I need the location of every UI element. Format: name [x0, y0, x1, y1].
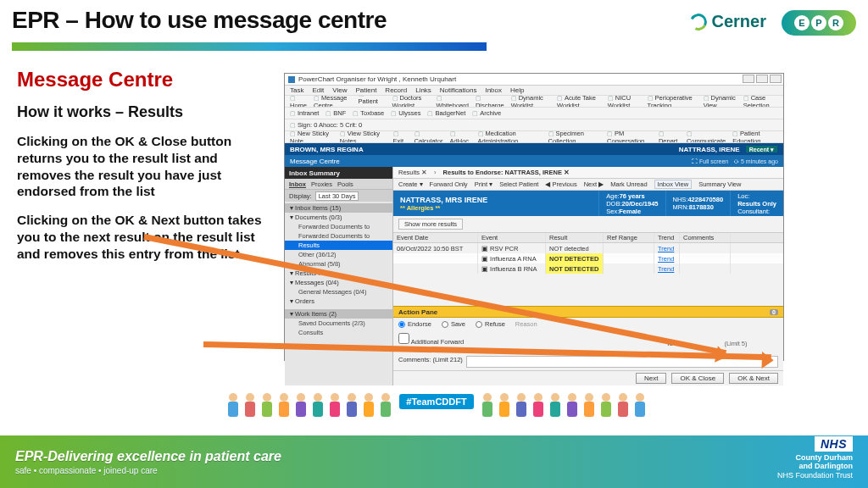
tb-dynamic-view[interactable]: Dynamic View [704, 96, 737, 108]
tb-intranet[interactable]: Intranet [290, 109, 319, 117]
patient-tab-bar[interactable]: BROWN, MRS REGINA NATTRASS, IRENE Recent… [285, 143, 783, 155]
table-row[interactable]: ▣ Influenza A RNANOT DETECTEDTrend [393, 253, 783, 263]
fullscreen-button[interactable]: ⛶ Full screen [692, 158, 728, 164]
tb-home[interactable]: Home [290, 96, 307, 108]
display-label: Display: [289, 192, 312, 200]
patient-tab-brown[interactable]: BROWN, MRS REGINA [290, 146, 364, 153]
refuse-radio[interactable]: Refuse [476, 320, 505, 328]
menu-inbox[interactable]: Inbox [485, 86, 502, 94]
tree-documents-0-3-[interactable]: ▾ Documents (0/3) [285, 213, 392, 222]
table-row[interactable]: 06/Oct/2022 10:50 BST▣ RSV PCRNOT detect… [393, 243, 783, 253]
tree-inbox-items-15-[interactable]: ▾ Inbox Items (15) [285, 203, 392, 213]
patient-tab-nattrass[interactable]: NATTRASS, IRENE [679, 146, 740, 153]
cmd-mark-unread[interactable]: Mark Unread [610, 180, 647, 188]
tb-patient-education[interactable]: Patient Education [732, 131, 778, 143]
cmd-create-[interactable]: Create ▾ [398, 180, 423, 188]
cmd--previous[interactable]: ◀ Previous [545, 180, 576, 188]
ok-next-button[interactable]: OK & Next [729, 373, 778, 384]
cmd-summary-view[interactable]: Summary View [698, 180, 741, 188]
toolbar-row-1[interactable]: HomeMessage CentrePatient ListDoctors Wo… [285, 96, 783, 108]
table-row[interactable]: ▣ Influenza B RNANOT DETECTEDTrend [393, 263, 783, 274]
tree-forwarded-documents-to[interactable]: Forwarded Documents to [285, 222, 392, 231]
cmd-inbox-view[interactable]: Inbox View [654, 180, 693, 189]
tb-dynamic-worklist[interactable]: Dynamic Worklist [511, 96, 550, 108]
crumb-endorse[interactable]: Results to Endorse: NATTRASS, IRENE ✕ [443, 169, 570, 176]
age-label: Age: [606, 192, 619, 200]
tb-message-centre[interactable]: Message Centre [314, 96, 351, 108]
tb-whiteboard[interactable]: Whiteboard [437, 96, 469, 108]
tb-case-selection[interactable]: Case Selection [743, 96, 778, 108]
display-select[interactable]: Last 30 Days [315, 191, 359, 201]
cartoon-person [260, 393, 274, 422]
tb-patient-list[interactable]: Patient List [359, 96, 386, 108]
tree-other-36-12-[interactable]: Other (36/12) [285, 250, 392, 259]
tb-exit[interactable]: Exit [393, 131, 408, 143]
menu-edit[interactable]: Edit [312, 86, 324, 94]
cmd-select-patient[interactable]: Select Patient [499, 180, 538, 188]
para-okclose: Clicking on the OK & Close button return… [17, 133, 271, 200]
cmd-forward-only[interactable]: Forward Only [430, 180, 468, 188]
tree-results[interactable]: Results [285, 241, 392, 250]
window-buttons[interactable] [743, 75, 782, 83]
banner-allergies[interactable]: ** Allergies ** [400, 204, 592, 212]
tree-forwarded-documents-to[interactable]: Forwarded Documents to [285, 231, 392, 241]
tb-pm-conversation[interactable]: PM Conversation [607, 131, 652, 143]
cmd-print-[interactable]: Print ▾ [475, 180, 493, 188]
menu-patient[interactable]: Patient [355, 86, 376, 94]
tb-acute-take-worklist[interactable]: Acute Take Worklist [557, 96, 601, 108]
tree-orders[interactable]: ▾ Orders [285, 297, 392, 306]
tb-specimen-collection[interactable]: Specimen Collection [548, 131, 600, 143]
show-more-button[interactable]: Show more results [398, 219, 463, 230]
trend-link[interactable]: Trend [654, 243, 680, 253]
ok-close-button[interactable]: OK & Close [671, 373, 724, 384]
tb-perioperative-tracking[interactable]: Perioperative Tracking [648, 96, 697, 108]
menubar[interactable]: TaskEditViewPatientRecordLinksNotificati… [285, 86, 783, 96]
command-bar[interactable]: Create ▾Forward OnlyPrint ▾Select Patien… [393, 179, 783, 191]
tree-general-messages-0-4-[interactable]: General Messages (0/4) [285, 287, 392, 297]
tab-proxies[interactable]: Proxies [311, 180, 332, 188]
tb-discharge[interactable]: Discharge [476, 96, 504, 108]
tb-calculator[interactable]: Calculator [415, 131, 443, 143]
tb-doctors-worklist[interactable]: Doctors Worklist [392, 96, 430, 108]
menu-task[interactable]: Task [290, 86, 303, 94]
tb-archive[interactable]: Archive [472, 109, 501, 117]
tab-pools[interactable]: Pools [337, 180, 353, 188]
crumb-results[interactable]: Results ✕ [398, 169, 427, 176]
min-icon[interactable] [743, 75, 754, 83]
tree-consults[interactable]: Consults [285, 328, 392, 337]
tb-toxbase[interactable]: Toxbase [353, 109, 384, 117]
save-radio[interactable]: Save [442, 320, 465, 328]
breadcrumb[interactable]: Results ✕ › Results to Endorse: NATTRASS… [393, 167, 783, 179]
refresh-ago[interactable]: ⟳ 5 minutes ago [733, 158, 778, 164]
tb-medication-administration[interactable]: Medication Administration [478, 131, 542, 143]
trend-link[interactable]: Trend [654, 253, 680, 263]
tb-adhoc[interactable]: AdHoc [450, 131, 471, 143]
toolbar-row-2[interactable]: IntranetBNFToxbaseUlyssesBadgerNetArchiv… [285, 108, 783, 119]
trend-link[interactable]: Trend [654, 263, 680, 274]
recent-button[interactable]: Recent ▾ [745, 145, 778, 153]
tree-saved-documents-2-3-[interactable]: Saved Documents (2/3) [285, 319, 392, 328]
menu-help[interactable]: Help [510, 86, 524, 94]
tb-view-sticky-notes[interactable]: View Sticky Notes [340, 131, 387, 143]
toolbar-row-4[interactable]: New Sticky NoteView Sticky NotesExitCalc… [285, 131, 783, 143]
tb-badgernet[interactable]: BadgerNet [427, 109, 465, 117]
tb-bnf[interactable]: BNF [326, 109, 346, 117]
tb-nicu-worklist[interactable]: NICU Worklist [608, 96, 641, 108]
inbox-tree[interactable]: ▾ Inbox Items (15)▾ Documents (0/3)Forwa… [285, 202, 392, 385]
tb-ulysses[interactable]: Ulysses [391, 109, 420, 117]
display-filter[interactable]: Display:Last 30 Days [285, 190, 392, 202]
menu-record[interactable]: Record [385, 86, 407, 94]
inbox-tabs[interactable]: InboxProxiesPools [285, 179, 392, 190]
cmd-next-[interactable]: Next ▶ [584, 180, 604, 188]
menu-links[interactable]: Links [415, 86, 431, 94]
tb-new-sticky-note[interactable]: New Sticky Note [290, 131, 333, 143]
menu-view[interactable]: View [332, 86, 347, 94]
close-icon[interactable] [770, 75, 782, 83]
tb-communicate[interactable]: Communicate [687, 131, 726, 143]
tree-work-items-2-[interactable]: ▾ Work Items (2) [285, 309, 392, 319]
endorse-radio[interactable]: Endorse [398, 320, 431, 328]
tb-depart[interactable]: Depart [659, 131, 680, 143]
max-icon[interactable] [756, 75, 768, 83]
tab-inbox[interactable]: Inbox [289, 180, 306, 188]
menu-notifications[interactable]: Notifications [440, 86, 477, 94]
